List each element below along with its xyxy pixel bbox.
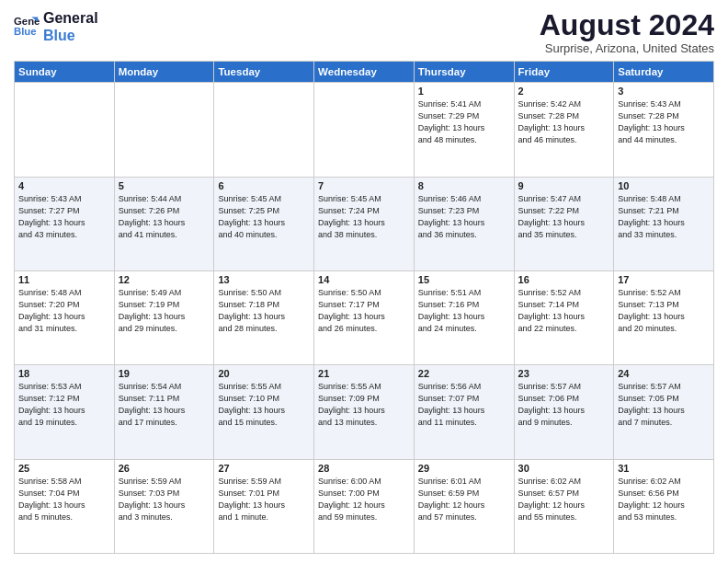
day-info: Sunrise: 5:55 AM Sunset: 7:10 PM Dayligh…	[218, 381, 310, 429]
logo: General Blue General Blue	[14, 9, 98, 44]
calendar-week-5: 25Sunrise: 5:58 AM Sunset: 7:04 PM Dayli…	[15, 459, 714, 553]
day-info: Sunrise: 5:41 AM Sunset: 7:29 PM Dayligh…	[418, 98, 510, 146]
title-block: August 2024 Surprise, Arizona, United St…	[540, 9, 714, 55]
day-info: Sunrise: 5:43 AM Sunset: 7:27 PM Dayligh…	[18, 193, 110, 241]
calendar-cell: 24Sunrise: 5:57 AM Sunset: 7:05 PM Dayli…	[614, 365, 714, 459]
calendar-cell	[114, 83, 214, 177]
calendar-cell: 1Sunrise: 5:41 AM Sunset: 7:29 PM Daylig…	[414, 83, 514, 177]
day-number: 7	[318, 180, 410, 191]
calendar-cell	[15, 83, 115, 177]
day-number: 30	[518, 463, 610, 474]
day-info: Sunrise: 5:53 AM Sunset: 7:12 PM Dayligh…	[18, 381, 110, 429]
day-number: 11	[18, 274, 110, 285]
calendar-cell: 29Sunrise: 6:01 AM Sunset: 6:59 PM Dayli…	[414, 459, 514, 553]
day-number: 3	[618, 86, 710, 97]
calendar-cell: 26Sunrise: 5:59 AM Sunset: 7:03 PM Dayli…	[114, 459, 214, 553]
header-cell-sunday: Sunday	[15, 62, 115, 83]
logo-line2: Blue	[43, 27, 98, 44]
day-info: Sunrise: 5:55 AM Sunset: 7:09 PM Dayligh…	[318, 381, 410, 429]
day-number: 26	[119, 463, 210, 474]
day-info: Sunrise: 5:57 AM Sunset: 7:05 PM Dayligh…	[618, 381, 710, 429]
day-info: Sunrise: 6:00 AM Sunset: 7:00 PM Dayligh…	[318, 476, 410, 523]
calendar-cell: 27Sunrise: 5:59 AM Sunset: 7:01 PM Dayli…	[214, 459, 314, 553]
header-cell-monday: Monday	[114, 62, 214, 83]
calendar-cell	[214, 83, 314, 177]
day-number: 19	[119, 368, 210, 379]
day-info: Sunrise: 5:48 AM Sunset: 7:20 PM Dayligh…	[18, 287, 110, 335]
calendar-cell: 12Sunrise: 5:49 AM Sunset: 7:19 PM Dayli…	[114, 270, 214, 364]
calendar-cell: 8Sunrise: 5:46 AM Sunset: 7:23 PM Daylig…	[414, 177, 514, 270]
day-info: Sunrise: 5:59 AM Sunset: 7:01 PM Dayligh…	[218, 476, 310, 523]
day-info: Sunrise: 5:51 AM Sunset: 7:16 PM Dayligh…	[418, 287, 510, 335]
day-number: 29	[418, 463, 510, 474]
day-number: 5	[119, 180, 210, 191]
month-title: August 2024	[540, 9, 714, 41]
day-number: 4	[18, 180, 110, 191]
calendar-cell: 21Sunrise: 5:55 AM Sunset: 7:09 PM Dayli…	[314, 365, 415, 459]
day-info: Sunrise: 5:59 AM Sunset: 7:03 PM Dayligh…	[119, 476, 210, 523]
calendar-cell: 28Sunrise: 6:00 AM Sunset: 7:00 PM Dayli…	[314, 459, 415, 553]
day-number: 24	[618, 368, 710, 379]
calendar-cell: 7Sunrise: 5:45 AM Sunset: 7:24 PM Daylig…	[314, 177, 415, 270]
day-number: 12	[119, 274, 210, 285]
header-cell-friday: Friday	[514, 62, 614, 83]
header-cell-tuesday: Tuesday	[214, 62, 314, 83]
day-info: Sunrise: 6:02 AM Sunset: 6:57 PM Dayligh…	[518, 476, 610, 523]
calendar-cell: 19Sunrise: 5:54 AM Sunset: 7:11 PM Dayli…	[114, 365, 214, 459]
calendar-cell: 15Sunrise: 5:51 AM Sunset: 7:16 PM Dayli…	[414, 270, 514, 364]
day-number: 2	[518, 86, 610, 97]
day-info: Sunrise: 5:43 AM Sunset: 7:28 PM Dayligh…	[618, 98, 710, 146]
day-info: Sunrise: 5:45 AM Sunset: 7:24 PM Dayligh…	[318, 193, 410, 241]
calendar-cell: 2Sunrise: 5:42 AM Sunset: 7:28 PM Daylig…	[514, 83, 614, 177]
logo-icon: General Blue	[14, 14, 40, 40]
location: Surprise, Arizona, United States	[540, 41, 714, 55]
day-info: Sunrise: 5:48 AM Sunset: 7:21 PM Dayligh…	[618, 193, 710, 241]
day-info: Sunrise: 5:50 AM Sunset: 7:17 PM Dayligh…	[318, 287, 410, 335]
day-number: 25	[18, 463, 110, 474]
day-info: Sunrise: 5:52 AM Sunset: 7:14 PM Dayligh…	[518, 287, 610, 335]
day-info: Sunrise: 5:50 AM Sunset: 7:18 PM Dayligh…	[218, 287, 310, 335]
header-cell-saturday: Saturday	[614, 62, 714, 83]
day-number: 14	[318, 274, 410, 285]
calendar-cell: 13Sunrise: 5:50 AM Sunset: 7:18 PM Dayli…	[214, 270, 314, 364]
day-number: 17	[618, 274, 710, 285]
calendar-cell: 30Sunrise: 6:02 AM Sunset: 6:57 PM Dayli…	[514, 459, 614, 553]
svg-text:Blue: Blue	[14, 26, 37, 37]
day-number: 8	[418, 180, 510, 191]
day-number: 23	[518, 368, 610, 379]
day-info: Sunrise: 6:01 AM Sunset: 6:59 PM Dayligh…	[418, 476, 510, 523]
calendar-cell: 9Sunrise: 5:47 AM Sunset: 7:22 PM Daylig…	[514, 177, 614, 270]
calendar-cell: 16Sunrise: 5:52 AM Sunset: 7:14 PM Dayli…	[514, 270, 614, 364]
calendar-cell: 5Sunrise: 5:44 AM Sunset: 7:26 PM Daylig…	[114, 177, 214, 270]
calendar-cell: 18Sunrise: 5:53 AM Sunset: 7:12 PM Dayli…	[15, 365, 115, 459]
calendar-cell: 25Sunrise: 5:58 AM Sunset: 7:04 PM Dayli…	[15, 459, 115, 553]
day-info: Sunrise: 6:02 AM Sunset: 6:56 PM Dayligh…	[618, 476, 710, 523]
calendar-cell: 17Sunrise: 5:52 AM Sunset: 7:13 PM Dayli…	[614, 270, 714, 364]
day-info: Sunrise: 5:54 AM Sunset: 7:11 PM Dayligh…	[119, 381, 210, 429]
day-number: 13	[218, 274, 310, 285]
calendar-cell: 14Sunrise: 5:50 AM Sunset: 7:17 PM Dayli…	[314, 270, 415, 364]
day-info: Sunrise: 5:57 AM Sunset: 7:06 PM Dayligh…	[518, 381, 610, 429]
calendar-cell: 22Sunrise: 5:56 AM Sunset: 7:07 PM Dayli…	[414, 365, 514, 459]
day-number: 10	[618, 180, 710, 191]
calendar-body: 1Sunrise: 5:41 AM Sunset: 7:29 PM Daylig…	[15, 83, 714, 554]
day-number: 16	[518, 274, 610, 285]
day-info: Sunrise: 5:58 AM Sunset: 7:04 PM Dayligh…	[18, 476, 110, 523]
day-number: 31	[618, 463, 710, 474]
day-info: Sunrise: 5:49 AM Sunset: 7:19 PM Dayligh…	[119, 287, 210, 335]
day-number: 22	[418, 368, 510, 379]
day-number: 1	[418, 86, 510, 97]
day-info: Sunrise: 5:52 AM Sunset: 7:13 PM Dayligh…	[618, 287, 710, 335]
calendar-cell: 3Sunrise: 5:43 AM Sunset: 7:28 PM Daylig…	[614, 83, 714, 177]
calendar-cell: 23Sunrise: 5:57 AM Sunset: 7:06 PM Dayli…	[514, 365, 614, 459]
calendar-week-2: 4Sunrise: 5:43 AM Sunset: 7:27 PM Daylig…	[15, 177, 714, 270]
calendar-cell	[314, 83, 415, 177]
logo-line1: General	[43, 9, 98, 27]
day-info: Sunrise: 5:47 AM Sunset: 7:22 PM Dayligh…	[518, 193, 610, 241]
calendar-cell: 11Sunrise: 5:48 AM Sunset: 7:20 PM Dayli…	[15, 270, 115, 364]
day-number: 28	[318, 463, 410, 474]
day-number: 18	[18, 368, 110, 379]
day-info: Sunrise: 5:42 AM Sunset: 7:28 PM Dayligh…	[518, 98, 610, 146]
day-number: 9	[518, 180, 610, 191]
day-number: 15	[418, 274, 510, 285]
